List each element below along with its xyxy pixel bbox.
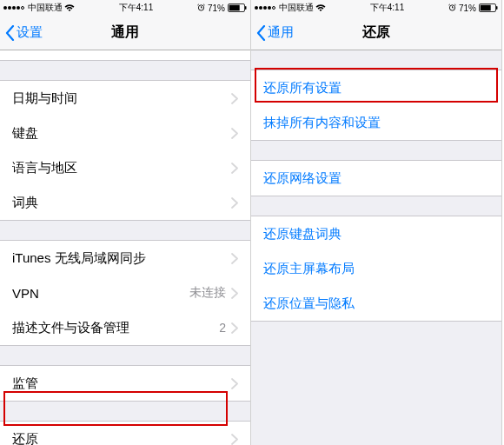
- chevron-right-icon: [231, 197, 238, 209]
- group-reset-all: 还原所有设置 抹掉所有内容和设置: [251, 70, 501, 141]
- content-scroll[interactable]: 访问限制 日期与时间 键盘 语言与地区 词典 iTunes 无线局域网同步: [0, 50, 250, 445]
- back-label: 通用: [268, 24, 294, 41]
- back-label: 设置: [17, 24, 43, 41]
- wifi-icon: [64, 4, 75, 12]
- row-label: 还原网络设置: [263, 170, 489, 187]
- row-reset-keyboard-dict[interactable]: 还原键盘词典: [251, 216, 501, 251]
- group-reset-network: 还原网络设置: [251, 160, 501, 196]
- row-label: 还原键盘词典: [263, 226, 489, 242]
- group-reset: 还原: [0, 421, 250, 445]
- row-label: 抹掉所有内容和设置: [263, 115, 489, 131]
- signal-dots-icon: [255, 6, 275, 10]
- alarm-icon: [448, 3, 456, 13]
- list-item-partial[interactable]: 访问限制: [0, 50, 250, 61]
- screen-reset: 中国联通 下午4:11 71% 通用 还原 还原所有设置: [251, 0, 502, 445]
- group-date-lang: 日期与时间 键盘 语言与地区 词典: [0, 80, 250, 221]
- row-label: VPN: [12, 286, 189, 301]
- row-label: 语言与地区: [12, 160, 231, 176]
- row-label: iTunes 无线局域网同步: [12, 250, 231, 267]
- wifi-icon: [315, 4, 326, 12]
- row-reset-all-settings[interactable]: 还原所有设置: [251, 70, 501, 105]
- status-bar: 中国联通 下午4:11 71%: [251, 0, 501, 16]
- nav-bar: 通用 还原: [251, 16, 501, 50]
- row-dictionary[interactable]: 词典: [0, 185, 250, 220]
- group-itunes-vpn: iTunes 无线局域网同步 VPN 未连接 描述文件与设备管理 2: [0, 240, 250, 346]
- chevron-right-icon: [231, 434, 238, 445]
- group-regulatory: 监管: [0, 365, 250, 402]
- chevron-left-icon: [5, 25, 15, 41]
- row-label: 还原位置与隐私: [263, 296, 489, 312]
- chevron-right-icon: [231, 163, 238, 174]
- svg-rect-2: [229, 5, 240, 11]
- svg-rect-3: [245, 6, 247, 10]
- row-label: 还原主屏幕布局: [263, 261, 489, 277]
- chevron-right-icon: [231, 128, 238, 139]
- back-button[interactable]: 通用: [256, 24, 294, 41]
- carrier-label: 中国联通: [28, 2, 63, 14]
- row-keyboard[interactable]: 键盘: [0, 116, 250, 150]
- status-bar: 中国联通 下午4:11 71%: [0, 0, 250, 16]
- row-reset[interactable]: 还原: [0, 422, 250, 445]
- row-label: 描述文件与设备管理: [12, 320, 219, 336]
- signal-dots-icon: [3, 6, 24, 10]
- chevron-right-icon: [231, 378, 238, 389]
- row-detail: 未连接: [189, 285, 226, 301]
- row-erase-all[interactable]: 抹掉所有内容和设置: [251, 105, 501, 140]
- row-label: 还原所有设置: [263, 80, 489, 96]
- chevron-right-icon: [231, 93, 238, 104]
- status-time: 下午4:11: [370, 2, 404, 14]
- row-label: 监管: [12, 375, 231, 392]
- row-language-region[interactable]: 语言与地区: [0, 150, 250, 185]
- row-label: 还原: [12, 431, 231, 446]
- battery-pct: 71%: [459, 3, 476, 13]
- battery-icon: [228, 3, 247, 12]
- chevron-left-icon: [256, 25, 266, 41]
- row-reset-network[interactable]: 还原网络设置: [251, 161, 501, 196]
- row-reset-home-layout[interactable]: 还原主屏幕布局: [251, 251, 501, 286]
- status-time: 下午4:11: [119, 2, 153, 14]
- battery-pct: 71%: [208, 3, 225, 13]
- battery-icon: [479, 3, 498, 12]
- group-reset-other: 还原键盘词典 还原主屏幕布局 还原位置与隐私: [251, 216, 501, 322]
- row-label: 日期与时间: [12, 90, 231, 107]
- svg-rect-7: [496, 6, 498, 10]
- row-date-time[interactable]: 日期与时间: [0, 81, 250, 116]
- screen-general: 中国联通 下午4:11 71% 设置 通用 访问限制 日: [0, 0, 251, 445]
- row-vpn[interactable]: VPN 未连接: [0, 276, 250, 310]
- row-profiles[interactable]: 描述文件与设备管理 2: [0, 310, 250, 345]
- nav-bar: 设置 通用: [0, 16, 250, 50]
- row-itunes-wifi-sync[interactable]: iTunes 无线局域网同步: [0, 241, 250, 276]
- svg-rect-6: [481, 5, 491, 11]
- chevron-right-icon: [231, 288, 238, 299]
- chevron-right-icon: [231, 322, 238, 334]
- row-label: 词典: [12, 195, 231, 211]
- row-reset-location-privacy[interactable]: 还原位置与隐私: [251, 286, 501, 321]
- back-button[interactable]: 设置: [5, 24, 43, 41]
- alarm-icon: [197, 3, 205, 13]
- chevron-right-icon: [231, 253, 238, 264]
- row-regulatory[interactable]: 监管: [0, 366, 250, 401]
- row-label: 键盘: [12, 125, 231, 142]
- carrier-label: 中国联通: [279, 2, 314, 14]
- content-scroll[interactable]: 还原所有设置 抹掉所有内容和设置 还原网络设置 还原键盘词典 还原主屏幕布局 还…: [251, 50, 501, 445]
- row-detail: 2: [219, 321, 226, 335]
